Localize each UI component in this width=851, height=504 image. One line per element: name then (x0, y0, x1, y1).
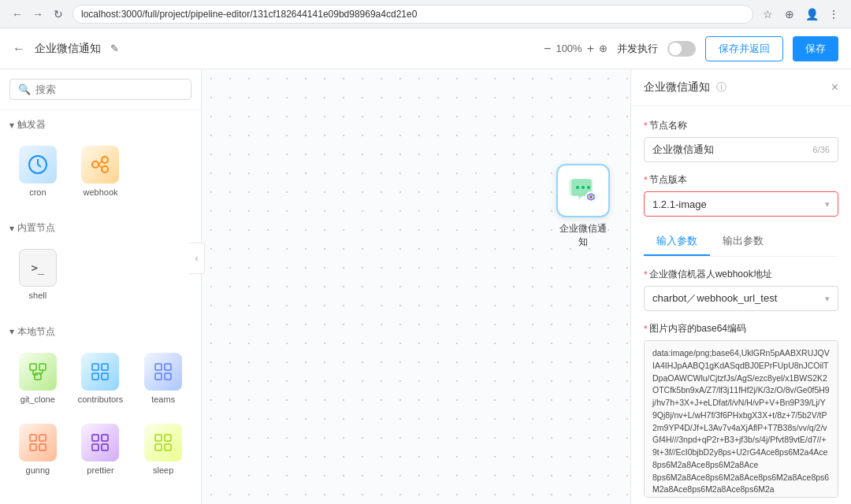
svg-rect-15 (92, 364, 98, 370)
node-name-label: * 节点名称 (644, 119, 838, 132)
builtin-grid: >_ shell (0, 239, 201, 317)
node-shell[interactable]: >_ shell (9, 243, 66, 307)
section-builtin-label: 内置节点 (17, 221, 55, 235)
svg-rect-34 (165, 444, 171, 450)
section-local-arrow: ▾ (9, 326, 14, 337)
section-builtin[interactable]: ▾ 内置节点 (0, 213, 201, 239)
back-button[interactable]: ← (9, 6, 25, 22)
zoom-in-button[interactable]: + (587, 42, 594, 56)
search-wrap[interactable]: 🔍 (9, 79, 191, 100)
svg-rect-9 (39, 364, 46, 370)
node-contributors[interactable]: contributors (72, 346, 129, 411)
image-field: * 图片内容的base64编码 data:image/png;base64,Uk… (644, 322, 838, 498)
svg-rect-27 (92, 435, 98, 441)
sidebar-search: 🔍 (0, 69, 201, 110)
node-cron[interactable]: cron (9, 139, 66, 204)
node-name-required: * (644, 120, 648, 132)
tab-output-params[interactable]: 输出参数 (710, 228, 776, 256)
extension-icon[interactable]: ⊕ (782, 6, 797, 22)
gunng-label: gunng (26, 465, 50, 476)
node-webhook[interactable]: webhook (72, 139, 129, 204)
svg-rect-23 (30, 435, 36, 441)
header-title: 企业微信通知 (35, 42, 101, 56)
canvas-node-wechat[interactable]: 企业微信通 知 (556, 164, 610, 249)
profile-icon[interactable]: 👤 (804, 6, 819, 22)
sleep-icon (144, 424, 182, 461)
right-panel: 企业微信通知 ⓘ × * 节点名称 企业微信通知 6/36 * (630, 69, 851, 504)
node-sleep[interactable]: sleep (135, 417, 191, 482)
node-teams[interactable]: teams (135, 346, 191, 411)
svg-rect-26 (39, 444, 46, 450)
zoom-controls: − 100% + ⊕ (544, 42, 608, 56)
url-text: localhost:3000/full/project/pipeline-edi… (81, 9, 417, 20)
node-prettier[interactable]: prettier (72, 417, 129, 482)
webhook-label: * 企业微信机器人webhook地址 (644, 268, 838, 281)
zoom-level: 100% (556, 43, 582, 54)
save-button[interactable]: 保存 (793, 36, 838, 61)
section-triggers[interactable]: ▾ 触发器 (0, 110, 201, 136)
triggers-grid: cron webhook (0, 136, 201, 213)
concurrent-toggle[interactable] (667, 41, 696, 57)
search-input[interactable] (35, 83, 183, 95)
local-grid: git_clone contributors (0, 343, 201, 492)
svg-rect-33 (155, 444, 162, 450)
git-clone-icon (19, 353, 57, 391)
svg-rect-29 (92, 444, 98, 450)
zoom-fit-icon[interactable]: ⊕ (599, 43, 608, 54)
reload-button[interactable]: ↻ (50, 6, 66, 22)
prettier-label: prettier (87, 465, 113, 476)
shell-icon: >_ (19, 249, 57, 287)
search-icon: 🔍 (18, 83, 31, 95)
svg-rect-32 (165, 435, 171, 441)
app-header: ← 企业微信通知 ✎ − 100% + ⊕ 并发执行 保存并返回 保存 (0, 28, 851, 69)
menu-icon[interactable]: ⋮ (826, 6, 842, 22)
sidebar-collapse-button[interactable]: ‹ (189, 243, 205, 274)
contributors-label: contributors (78, 394, 123, 405)
panel-help-icon[interactable]: ⓘ (716, 80, 727, 94)
svg-line-2 (38, 165, 41, 167)
node-name-input[interactable]: 企业微信通知 6/36 (644, 137, 838, 162)
bookmark-icon[interactable]: ☆ (760, 6, 775, 22)
svg-rect-17 (92, 373, 98, 380)
zoom-out-button[interactable]: − (544, 42, 551, 56)
version-required: * (644, 175, 648, 186)
panel-header: 企业微信通知 ⓘ × (631, 69, 851, 106)
header-edit-icon[interactable]: ✎ (110, 43, 119, 54)
webhook-select[interactable]: charbot／webhook_url_test ▾ (644, 286, 838, 311)
browser-nav: ← → ↻ (9, 6, 66, 22)
save-return-button[interactable]: 保存并返回 (705, 36, 783, 61)
webhook-field: * 企业微信机器人webhook地址 charbot／webhook_url_t… (644, 268, 838, 311)
concurrent-label: 并发执行 (617, 42, 658, 56)
header-controls: − 100% + ⊕ 并发执行 保存并返回 保存 (544, 36, 838, 61)
header-back-button[interactable]: ← (13, 42, 25, 56)
sidebar: 🔍 ▾ 触发器 cron (0, 69, 202, 504)
section-local[interactable]: ▾ 本地节点 (0, 317, 201, 343)
main-layout: 🔍 ▾ 触发器 cron (0, 69, 851, 504)
svg-point-5 (102, 166, 108, 172)
canvas-node-label: 企业微信通 知 (559, 222, 607, 249)
node-name-field: * 节点名称 企业微信通知 6/36 (644, 119, 838, 162)
tab-input-params[interactable]: 输入参数 (644, 228, 710, 256)
forward-button[interactable]: → (30, 6, 46, 22)
svg-rect-24 (39, 435, 46, 441)
image-label: * 图片内容的base64编码 (644, 322, 838, 335)
svg-rect-31 (155, 435, 162, 441)
cron-label: cron (29, 187, 46, 198)
version-select[interactable]: 1.2.1-image ▾ (644, 191, 838, 217)
contributors-icon (81, 353, 119, 391)
webhook-icon (81, 146, 119, 183)
panel-close-button[interactable]: × (831, 80, 838, 94)
node-git-clone[interactable]: git_clone (9, 346, 66, 411)
section-local-label: 本地节点 (17, 325, 55, 339)
webhook-label: webhook (83, 187, 117, 198)
node-gunng[interactable]: gunng (9, 417, 66, 482)
image-textarea[interactable]: data:image/png;base64,UklGRn5pAABXRUJQVI… (644, 340, 838, 498)
address-bar[interactable]: localhost:3000/full/project/pipeline-edi… (72, 5, 753, 24)
sleep-label: sleep (153, 465, 173, 476)
canvas[interactable]: 企业微信通 知 (202, 69, 630, 504)
version-value: 1.2.1-image (652, 198, 707, 210)
svg-rect-19 (155, 364, 162, 370)
section-triggers-label: 触发器 (17, 118, 46, 132)
svg-rect-25 (30, 444, 36, 450)
panel-title: 企业微信通知 (644, 80, 710, 94)
